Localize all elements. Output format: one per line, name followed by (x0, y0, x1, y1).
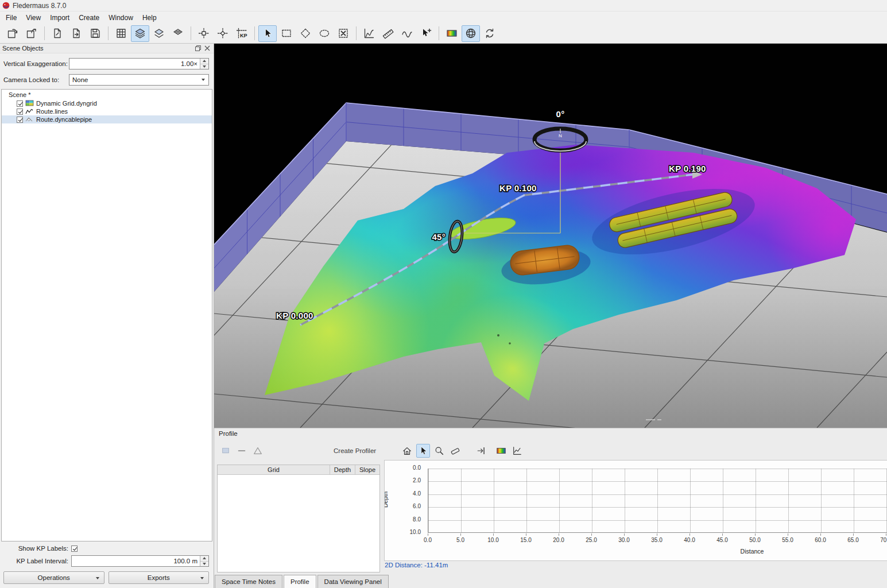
visibility-checkbox[interactable] (17, 117, 23, 123)
pick-info-icon (420, 28, 432, 39)
profile-colormap-button[interactable] (494, 444, 508, 458)
scene-3d-canvas[interactable]: N KP 0.000 KP 0.100 KP 0.190 0° 45° (214, 44, 887, 428)
layer-shade-button[interactable] (150, 25, 168, 42)
operations-button[interactable]: Operations (3, 571, 104, 584)
remove-profile-button[interactable] (235, 444, 249, 458)
grid-display-button[interactable] (112, 25, 130, 42)
chart-line-icon (512, 446, 522, 456)
x-axis-ticks (428, 533, 887, 536)
3d-grid-button[interactable] (462, 25, 480, 42)
visibility-checkbox[interactable] (17, 109, 23, 115)
profile-chart-button[interactable] (510, 444, 524, 458)
profile-curve-button[interactable] (398, 25, 416, 42)
x-axis-label: Distance (428, 548, 887, 555)
tree-item-route-cablepipe[interactable]: Route.dyncablepipe (2, 115, 212, 123)
menu-view[interactable]: View (21, 13, 45, 23)
reset-view-icon (7, 28, 18, 39)
grid-surface-icon (25, 100, 34, 107)
profile-eraser-button[interactable] (448, 444, 462, 458)
triangle-marker-button[interactable] (251, 444, 265, 458)
edit-nodes-button[interactable] (195, 25, 213, 42)
rect-select-button[interactable] (277, 25, 296, 42)
y-tick: 8.0 (385, 517, 425, 523)
y-tick: 10.0 (385, 529, 425, 535)
export-document-button[interactable] (67, 25, 86, 42)
reference-area-button[interactable] (219, 444, 233, 458)
profile-grid-table[interactable]: Grid Depth Slope (217, 465, 380, 572)
x-tick: 20.0 (547, 537, 570, 543)
layer-contours-button[interactable] (169, 25, 187, 42)
pick-info-button[interactable] (417, 25, 435, 42)
home-view-button[interactable] (400, 444, 414, 458)
kp-icon-text: KP (240, 33, 247, 38)
triangle-icon (253, 446, 263, 456)
kp-interval-spinner[interactable] (200, 556, 208, 566)
route-lines-icon (25, 108, 34, 115)
tree-item-route-lines[interactable]: Route.lines (2, 107, 212, 115)
profile-toolbar: Create Profiler (219, 443, 524, 459)
profile-zoom-button[interactable] (432, 444, 446, 458)
clear-selection-button[interactable] (334, 25, 353, 42)
histogram-icon (363, 28, 375, 39)
colormap-button[interactable] (443, 25, 461, 42)
tree-item-dynamic-grid[interactable]: Dynamic Grid.dyngrid (2, 99, 212, 107)
shading-layers-icon (134, 28, 146, 39)
tab-space-time-notes[interactable]: Space Time Notes (215, 575, 282, 588)
move-vertex-button[interactable] (214, 25, 232, 42)
vertical-exaggeration-input[interactable]: 1.00× (69, 58, 209, 69)
close-panel-button[interactable] (203, 45, 211, 52)
spin-down-button[interactable] (200, 64, 208, 69)
reset-view-button[interactable] (3, 25, 22, 42)
camera-locked-select[interactable]: None (69, 74, 209, 86)
tree-item-label: Route.dyncablepipe (36, 116, 92, 123)
sync-views-button[interactable] (481, 25, 499, 42)
spin-up-icon (203, 557, 206, 559)
show-kp-labels-checkbox[interactable] (71, 546, 78, 552)
column-header-slope[interactable]: Slope (355, 465, 379, 474)
scene-tree[interactable]: Scene * Dynamic Grid.dyngrid Route.lines… (1, 89, 212, 541)
select-arrow-button[interactable] (258, 25, 277, 42)
x-tick: 40.0 (678, 537, 701, 543)
kp-pick-button[interactable]: KP (233, 25, 251, 42)
new-document-icon (52, 28, 63, 39)
profile-panel: Profile Create Profiler (214, 428, 887, 588)
kp-label-interval-label: KP Label Interval: (3, 558, 71, 564)
tab-profile[interactable]: Profile (284, 575, 316, 588)
menu-create[interactable]: Create (74, 13, 104, 23)
vertical-exaggeration-spinner[interactable] (200, 59, 208, 69)
toolbar-separator (191, 26, 191, 40)
toolbar-separator (254, 26, 255, 40)
new-document-button[interactable] (48, 25, 67, 42)
spin-down-button[interactable] (200, 562, 208, 567)
3d-viewport[interactable]: N KP 0.000 KP 0.100 KP 0.190 0° 45° (214, 44, 887, 428)
column-header-depth[interactable]: Depth (330, 465, 355, 474)
menu-help[interactable]: Help (138, 13, 161, 23)
profile-select-button[interactable] (416, 444, 430, 458)
refresh-view-button[interactable] (22, 25, 41, 42)
profile-marker-button[interactable] (475, 444, 489, 458)
polygon-select-button[interactable] (296, 25, 315, 42)
histogram-button[interactable] (360, 25, 378, 42)
tab-data-viewing-panel[interactable]: Data Viewing Panel (317, 575, 389, 588)
colormap-icon (496, 446, 506, 456)
menu-file[interactable]: File (1, 13, 21, 23)
visibility-checkbox[interactable] (17, 100, 23, 107)
profile-panel-title: Profile (219, 430, 238, 437)
eraser-icon (450, 446, 460, 456)
column-header-grid[interactable]: Grid (218, 465, 330, 474)
x-tick: 50.0 (743, 537, 766, 543)
spin-up-button[interactable] (200, 59, 208, 64)
save-button[interactable] (86, 25, 104, 42)
table-header-row: Grid Depth Slope (218, 465, 379, 475)
shading-layers-button[interactable] (131, 25, 149, 42)
lasso-select-button[interactable] (315, 25, 334, 42)
menu-window[interactable]: Window (104, 13, 138, 23)
menu-import[interactable]: Import (45, 13, 74, 23)
measure-button[interactable] (379, 25, 397, 42)
profile-plot-area[interactable] (428, 469, 887, 533)
operations-button-label: Operations (38, 574, 70, 581)
float-panel-button[interactable] (194, 45, 202, 52)
kp-label-interval-input[interactable]: 100.0 m (71, 555, 209, 567)
exports-button[interactable]: Exports (109, 571, 210, 584)
x-tick: 60.0 (809, 537, 832, 543)
